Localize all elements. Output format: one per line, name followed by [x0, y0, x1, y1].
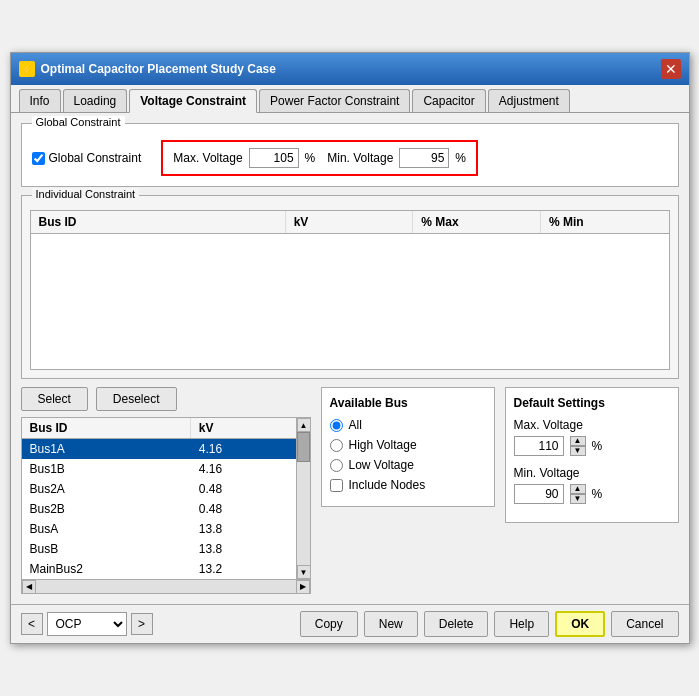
col-bus-id: Bus ID — [31, 211, 286, 233]
ds-max-voltage-unit: % — [592, 439, 603, 453]
nav-next-button[interactable]: > — [131, 613, 153, 635]
bus-list-body[interactable]: Bus1A 4.16 Bus1B 4.16 Bus2A 0.48 — [22, 439, 296, 579]
ds-min-voltage-spinner: ▲ ▼ — [570, 484, 586, 504]
horiz-scrollbar: ◀ ▶ — [22, 579, 310, 593]
available-bus-title: Available Bus — [330, 396, 486, 410]
default-settings-box: Default Settings Max. Voltage ▲ ▼ % — [505, 387, 679, 523]
main-window: ⚡ Optimal Capacitor Placement Study Case… — [10, 52, 690, 644]
footer-nav: < OCP > — [21, 612, 153, 636]
tab-info[interactable]: Info — [19, 89, 61, 112]
min-voltage-input[interactable] — [399, 148, 449, 168]
ds-max-voltage-up[interactable]: ▲ — [570, 436, 586, 446]
tab-pf-constraint[interactable]: Power Factor Constraint — [259, 89, 410, 112]
ds-max-voltage-row: ▲ ▼ % — [514, 436, 670, 456]
radio-all-label: All — [349, 418, 362, 432]
tab-voltage-constraint[interactable]: Voltage Constraint — [129, 89, 257, 113]
col-pct-min: % Min — [541, 211, 669, 233]
radio-low-voltage[interactable] — [330, 459, 343, 472]
content-area: Global Constraint Global Constraint Max.… — [11, 113, 689, 604]
bus-list-content: Bus ID kV Bus1A 4.16 Bus1B 4.16 — [22, 418, 296, 579]
bus-row-bus1b[interactable]: Bus1B 4.16 — [22, 459, 296, 479]
scroll-up-btn[interactable]: ▲ — [297, 418, 311, 432]
ds-max-voltage-field: Max. Voltage ▲ ▼ % — [514, 418, 670, 456]
ds-max-voltage-input[interactable] — [514, 436, 564, 456]
bus1b-kv: 4.16 — [191, 459, 276, 479]
ds-min-voltage-row: ▲ ▼ % — [514, 484, 670, 504]
deselect-button[interactable]: Deselect — [96, 387, 177, 411]
ds-min-voltage-down[interactable]: ▼ — [570, 494, 586, 504]
bus2a-kv: 0.48 — [191, 479, 276, 499]
scroll-track — [297, 432, 310, 565]
bus-list-inner: Bus ID kV Bus1A 4.16 Bus1B 4.16 — [22, 418, 310, 579]
include-nodes-label: Include Nodes — [349, 478, 426, 492]
delete-button[interactable]: Delete — [424, 611, 489, 637]
window-title: Optimal Capacitor Placement Study Case — [41, 62, 276, 76]
constraint-highlighted-box: Max. Voltage % Min. Voltage % — [161, 140, 478, 176]
middle-panel: Available Bus All High Voltage Low Volta… — [321, 387, 495, 594]
ds-max-voltage-label: Max. Voltage — [514, 418, 670, 432]
horiz-scroll-track — [36, 580, 296, 593]
global-constraint-label: Global Constraint — [32, 116, 125, 128]
ds-min-voltage-unit: % — [592, 487, 603, 501]
max-voltage-unit: % — [305, 151, 316, 165]
bus-list-header: Bus ID kV — [22, 418, 296, 439]
scroll-thumb[interactable] — [297, 432, 310, 462]
new-button[interactable]: New — [364, 611, 418, 637]
bus2b-id: Bus2B — [22, 499, 191, 519]
bus-list-col-id: Bus ID — [22, 418, 191, 438]
ds-min-voltage-up[interactable]: ▲ — [570, 484, 586, 494]
select-buttons-row: Select Deselect — [21, 387, 311, 411]
min-voltage-group: Min. Voltage % — [327, 148, 466, 168]
bus-row-bus1a[interactable]: Bus1A 4.16 — [22, 439, 296, 459]
tab-bar: Info Loading Voltage Constraint Power Fa… — [11, 85, 689, 113]
ok-button[interactable]: OK — [555, 611, 605, 637]
case-select[interactable]: OCP — [47, 612, 127, 636]
default-settings-title: Default Settings — [514, 396, 670, 410]
min-voltage-unit: % — [455, 151, 466, 165]
available-bus-box: Available Bus All High Voltage Low Volta… — [321, 387, 495, 507]
tab-capacitor[interactable]: Capacitor — [412, 89, 485, 112]
min-voltage-label: Min. Voltage — [327, 151, 393, 165]
horiz-scroll-left[interactable]: ◀ — [22, 580, 36, 594]
copy-button[interactable]: Copy — [300, 611, 358, 637]
bus2a-id: Bus2A — [22, 479, 191, 499]
title-bar-left: ⚡ Optimal Capacitor Placement Study Case — [19, 61, 276, 77]
max-voltage-group: Max. Voltage % — [173, 148, 315, 168]
individual-table: Bus ID kV % Max % Min — [30, 210, 670, 370]
ds-min-voltage-input[interactable] — [514, 484, 564, 504]
global-constraint-checkbox-label[interactable]: Global Constraint — [32, 151, 142, 165]
col-kv: kV — [286, 211, 414, 233]
bus-row-busb[interactable]: BusB 13.8 — [22, 539, 296, 559]
bus-row-bus2a[interactable]: Bus2A 0.48 — [22, 479, 296, 499]
ds-max-voltage-down[interactable]: ▼ — [570, 446, 586, 456]
table-body — [31, 234, 669, 364]
bus1b-id: Bus1B — [22, 459, 191, 479]
bus-list-col-kv: kV — [191, 418, 276, 438]
left-panel: Select Deselect Bus ID kV Bus1A — [21, 387, 311, 594]
scroll-down-btn[interactable]: ▼ — [297, 565, 311, 579]
max-voltage-input[interactable] — [249, 148, 299, 168]
nav-prev-button[interactable]: < — [21, 613, 43, 635]
select-button[interactable]: Select — [21, 387, 88, 411]
ds-min-voltage-field: Min. Voltage ▲ ▼ % — [514, 466, 670, 504]
tab-adjustment[interactable]: Adjustment — [488, 89, 570, 112]
radio-all[interactable] — [330, 419, 343, 432]
right-panel: Default Settings Max. Voltage ▲ ▼ % — [505, 387, 679, 594]
mainbus2-kv: 13.2 — [191, 559, 276, 579]
footer: < OCP > Copy New Delete Help OK Cancel — [11, 604, 689, 643]
bus-row-bus2b[interactable]: Bus2B 0.48 — [22, 499, 296, 519]
ds-max-voltage-spinner: ▲ ▼ — [570, 436, 586, 456]
app-icon: ⚡ — [19, 61, 35, 77]
bus-row-busa[interactable]: BusA 13.8 — [22, 519, 296, 539]
help-button[interactable]: Help — [494, 611, 549, 637]
cancel-button[interactable]: Cancel — [611, 611, 678, 637]
bus-list-scrollbar: ▲ ▼ — [296, 418, 310, 579]
close-button[interactable]: ✕ — [661, 59, 681, 79]
global-constraint-checkbox[interactable] — [32, 152, 45, 165]
radio-high-voltage[interactable] — [330, 439, 343, 452]
max-voltage-label: Max. Voltage — [173, 151, 242, 165]
tab-loading[interactable]: Loading — [63, 89, 128, 112]
include-nodes-checkbox[interactable] — [330, 479, 343, 492]
horiz-scroll-right[interactable]: ▶ — [296, 580, 310, 594]
bus-row-mainbus2[interactable]: MainBus2 13.2 — [22, 559, 296, 579]
